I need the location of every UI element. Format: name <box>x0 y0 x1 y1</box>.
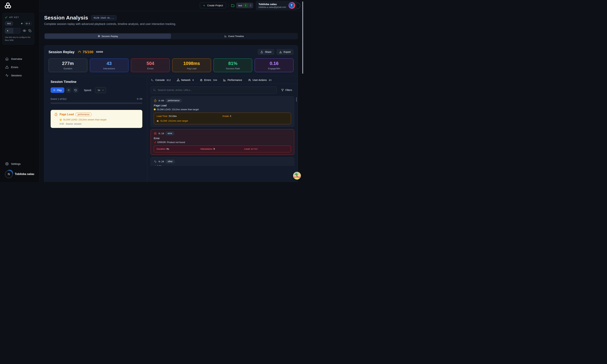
users-icon <box>248 79 251 81</box>
event-title: Error <box>154 137 291 140</box>
search-input[interactable] <box>157 89 274 92</box>
sidebar-user-name: Tobiloba salau <box>15 172 34 176</box>
elapsed-time: 0:00 <box>137 98 142 100</box>
event-card-error[interactable]: 0:10 error Error ERROR: Product not foun… <box>151 129 294 155</box>
copy-icon[interactable] <box>28 29 31 32</box>
detail-value: 0 <box>214 148 215 150</box>
tab-errors[interactable]: Errors 504 <box>200 79 217 81</box>
event-list: 0:00 performance Page Load SLOW LOAD: 23… <box>151 96 294 166</box>
event-card-page-load[interactable]: 0:00 performance Page Load SLOW LOAD: 23… <box>151 96 294 127</box>
tab-network[interactable]: Network 0 <box>177 79 194 81</box>
stat-label: Success Rate <box>226 67 240 70</box>
folder-icon <box>231 4 235 7</box>
tab-session-replay[interactable]: Session Replay <box>45 34 171 39</box>
api-key-id-badge: ID: 8 <box>24 22 32 25</box>
detail-value: error <box>251 148 258 150</box>
home-icon <box>5 57 9 61</box>
plus-icon <box>203 4 206 7</box>
app-logo-icon[interactable] <box>4 2 12 10</box>
yellow-circle-icon <box>60 119 62 121</box>
stopwatch-icon <box>154 99 157 102</box>
gauge-icon <box>78 50 81 54</box>
sidebar-nav: Overview Errors Sessions <box>0 55 39 79</box>
tab-event-timeline[interactable]: Event Timeline <box>171 34 297 39</box>
filters-button[interactable]: Filters <box>279 87 294 93</box>
event-list-scrollbar[interactable] <box>296 97 297 102</box>
event-search[interactable] <box>151 87 276 93</box>
session-id-chip[interactable]: 9128-15e5-4c... <box>91 15 116 20</box>
event-time: 0:00 <box>159 99 164 102</box>
event-tabs: Console 812 Network 0 <box>147 76 298 84</box>
tab-console[interactable]: Console 812 <box>151 79 171 81</box>
stat-label: Errors <box>147 67 153 70</box>
tab-performance[interactable]: Performance <box>223 79 242 81</box>
event-message: SLOW LOAD: 2312ms slower than target <box>157 108 199 111</box>
sidebar-item-sessions[interactable]: Sessions <box>0 71 39 79</box>
stat-card-success-rate: 81% Success Rate <box>214 58 252 72</box>
speed-label: Speed: <box>84 89 92 92</box>
sidebar-item-label: Sessions <box>11 74 22 77</box>
sidebar: API KEY test ID: 8 Use this key to confi… <box>0 0 39 182</box>
stat-card-errors: 504 Errors <box>131 58 170 72</box>
stat-card-avg-load: 1098ms Avg Load <box>172 58 211 72</box>
detail-value: 0s <box>166 148 169 150</box>
user-menu[interactable]: Tobiloba salau tobiloba.a.salau@gmail.co… <box>256 1 297 10</box>
sidebar-item-settings[interactable]: Settings <box>0 160 39 168</box>
page-scrollbar[interactable] <box>302 1 303 74</box>
tab-user-actions[interactable]: User Actions 43 <box>248 79 272 81</box>
share-button[interactable]: Share <box>258 49 274 55</box>
project-select[interactable]: test 8 <box>236 3 253 8</box>
event-message: SLOW LOAD: 2312ms slower than target <box>63 118 107 121</box>
sidebar-user[interactable]: N Tobiloba salau <box>0 168 39 180</box>
api-key-title: API KEY <box>9 16 19 19</box>
stat-label: Duration <box>64 67 72 70</box>
stat-label: Avg Load <box>187 67 196 70</box>
event-title: Page Load <box>60 113 74 116</box>
event-card-visibility[interactable]: 0:20 other visibility <box>151 157 294 166</box>
eye-icon[interactable] <box>23 29 26 32</box>
bug-icon <box>200 79 203 81</box>
status-dot <box>21 23 23 24</box>
firecracker-icon <box>154 141 156 143</box>
play-button[interactable]: Play <box>51 87 64 93</box>
sidebar-item-errors[interactable]: Errors <box>0 63 39 71</box>
export-button[interactable]: Export <box>276 49 293 55</box>
grade-badge: GOOD <box>96 51 103 53</box>
play-icon <box>53 89 55 91</box>
search-icon <box>153 89 156 91</box>
session-replay-panel: Session Replay 75/100 GOOD <box>44 45 298 182</box>
current-event-card[interactable]: Page Load performance SLOW LOAD: 2312ms … <box>51 110 142 128</box>
detail-value: 3112ms <box>168 115 177 117</box>
api-key-name-chip: test <box>5 21 13 26</box>
stat-value: 81% <box>228 61 237 66</box>
score-value: 75/100 <box>83 50 93 54</box>
bar-chart-emoji-icon <box>224 35 227 37</box>
share-icon <box>261 51 263 53</box>
stat-card-engage-min: 0.16 Engage/Min <box>255 58 293 72</box>
stop-button[interactable] <box>66 87 71 93</box>
download-icon <box>279 51 282 53</box>
events-section: Console 812 Network 0 <box>147 76 298 182</box>
chevron-down-icon <box>102 89 104 91</box>
speed-select[interactable]: 1x <box>95 87 106 93</box>
event-detail-box: Duration: 0s Interactions: 0 Level: erro… <box>154 145 291 152</box>
stat-label: Engage/Min <box>268 67 280 70</box>
alert-triangle-icon <box>5 65 9 69</box>
beach-widget-button[interactable] <box>293 172 301 180</box>
funnel-icon <box>281 89 284 91</box>
sidebar-item-overview[interactable]: Overview <box>0 55 39 63</box>
restart-button[interactable] <box>73 87 78 93</box>
stat-card-duration: 277m Duration <box>49 58 87 72</box>
detail-value: C <box>230 115 232 117</box>
timeline-progress-bar[interactable] <box>51 103 142 104</box>
avatar[interactable]: T <box>289 2 295 9</box>
snail-icon <box>157 120 159 122</box>
yellow-circle-icon <box>154 108 156 110</box>
user-name: Tobiloba salau <box>259 3 286 6</box>
sidebar-item-label: Settings <box>11 162 21 165</box>
tab-count: 43 <box>269 79 272 81</box>
create-project-button[interactable]: Create Project <box>200 2 226 8</box>
api-key-masked-field[interactable] <box>5 28 20 34</box>
user-email: tobiloba.a.salau@gmail.com <box>259 6 286 8</box>
page-subtitle: Complete session replay with advanced pl… <box>44 23 298 26</box>
